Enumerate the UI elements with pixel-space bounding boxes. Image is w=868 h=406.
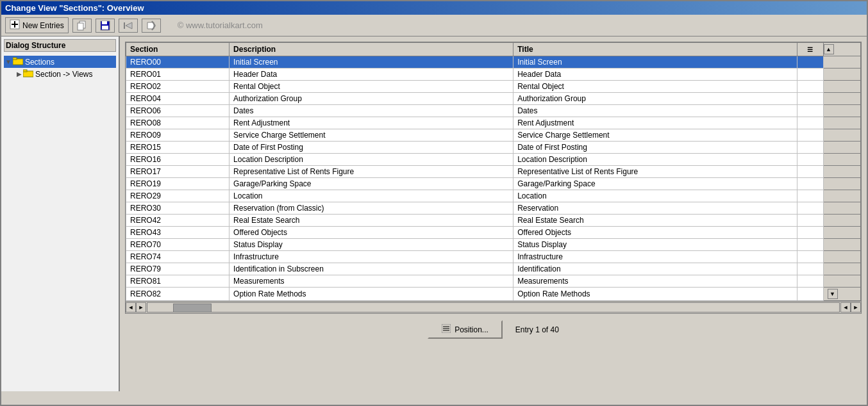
cell-title: Measurements <box>513 275 797 288</box>
cell-vscroll <box>823 239 860 251</box>
main-window: Change View "Sections": Overview New Ent… <box>0 0 868 406</box>
scroll-up-btn[interactable]: ▲ <box>824 44 834 54</box>
sidebar-item-sections[interactable]: ▼ Sections <box>4 56 116 68</box>
content-area: Dialog Structure ▼ Sections ▶ Section ->… <box>1 37 867 391</box>
table-row[interactable]: RERO79Identification in SubscreenIdentif… <box>126 263 861 275</box>
cell-vscroll <box>823 81 860 93</box>
cell-vscroll <box>823 251 860 263</box>
svg-rect-14 <box>13 58 17 60</box>
table-row[interactable]: RERO74InfrastructureInfrastructure <box>126 251 861 263</box>
table-row[interactable]: RERO82Option Rate MethodsOption Rate Met… <box>126 288 861 301</box>
expand-arrow-sections: ▼ <box>5 58 12 65</box>
table-row[interactable]: RERO43Offered ObjectsOffered Objects <box>126 227 861 239</box>
table-row[interactable]: RERO02Rental ObjectRental Object <box>126 81 861 93</box>
exit-button[interactable] <box>142 19 161 33</box>
cell-description: Real Estate Search <box>230 215 513 227</box>
cell-description: Rental Object <box>230 81 513 93</box>
watermark: © www.tutorialkart.com <box>178 20 263 30</box>
cell-title: Location Description <box>513 154 797 166</box>
cell-description: Identification in Subscreen <box>230 263 513 275</box>
cell-title: Garage/Parking Space <box>513 178 797 190</box>
table-row[interactable]: RERO42Real Estate SearchReal Estate Sear… <box>126 215 861 227</box>
col-header-settings[interactable]: ☰ <box>797 43 823 56</box>
data-table: Section Description Title ☰ ▲ RERO0 <box>126 42 861 301</box>
cell-title: Service Charge Settlement <box>513 129 797 142</box>
svg-rect-7 <box>102 26 108 29</box>
position-button-label: Position... <box>455 325 488 334</box>
folder-icon-sections <box>13 56 23 67</box>
hscroll-right-btn[interactable]: ◄ <box>840 302 851 313</box>
table-row[interactable]: RERO17Representative List of Rents Figur… <box>126 166 861 178</box>
table-row[interactable]: RERO06DatesDates <box>126 105 861 117</box>
cell-description: Service Charge Settlement <box>230 129 513 142</box>
back-button[interactable] <box>119 19 138 33</box>
table-row[interactable]: RERO00Initial Screen <box>126 56 861 69</box>
cell-description: Reservation (from Classic) <box>230 202 513 215</box>
table-row[interactable]: RERO08Rent AdjustmentRent Adjustment <box>126 117 861 129</box>
cell-settings <box>797 81 823 93</box>
table-row[interactable]: RERO19Garage/Parking SpaceGarage/Parking… <box>126 178 861 190</box>
section-views-label: Section -> Views <box>35 70 93 79</box>
svg-marker-8 <box>126 22 132 29</box>
cell-vscroll <box>823 105 860 117</box>
svg-rect-4 <box>78 23 83 30</box>
cell-vscroll <box>823 275 860 288</box>
cell-title: Status Display <box>513 239 797 251</box>
table-row[interactable]: RERO04Authorization GroupAuthorization G… <box>126 93 861 105</box>
cell-title: Option Rate Methods <box>513 288 797 301</box>
cell-section: RERO00 <box>126 56 230 69</box>
cell-section: RERO09 <box>126 129 230 142</box>
cell-settings <box>797 239 823 251</box>
cell-description: Date of First Posting <box>230 142 513 154</box>
position-button[interactable]: Position... <box>428 320 503 339</box>
table-row[interactable]: RERO81MeasurementsMeasurements <box>126 275 861 288</box>
svg-rect-6 <box>102 21 107 24</box>
table-row[interactable]: RERO15Date of First PostingDate of First… <box>126 142 861 154</box>
entry-info: Entry 1 of 40 <box>515 325 559 334</box>
table-row[interactable]: RERO30Reservation (from Classic)Reservat… <box>126 202 861 215</box>
cell-settings <box>797 215 823 227</box>
hscroll-left-btn[interactable]: ◄ <box>126 302 136 313</box>
table-row[interactable]: RERO29LocationLocation <box>126 190 861 202</box>
vscroll-header: ▲ <box>823 43 860 56</box>
cell-section: RERO30 <box>126 202 230 215</box>
cell-description: Representative List of Rents Figure <box>230 166 513 178</box>
cell-description <box>230 56 513 69</box>
scroll-down-btn[interactable]: ▼ <box>828 289 838 299</box>
cell-section: RERO19 <box>126 178 230 190</box>
cell-title: Location <box>513 190 797 202</box>
cell-settings <box>797 142 823 154</box>
hscroll-track[interactable] <box>147 302 840 313</box>
save-button[interactable] <box>96 19 115 33</box>
new-entries-button[interactable]: New Entries <box>5 17 69 33</box>
cell-settings <box>797 129 823 142</box>
table-row[interactable]: RERO70Status DisplayStatus Display <box>126 239 861 251</box>
cell-settings <box>797 69 823 81</box>
cell-description: Authorization Group <box>230 93 513 105</box>
hscroll-end-btn[interactable]: ► <box>851 302 861 313</box>
bottom-bar: Position... Entry 1 of 40 <box>125 314 862 345</box>
cell-description: Garage/Parking Space <box>230 178 513 190</box>
table-row[interactable]: RERO16Location DescriptionLocation Descr… <box>126 154 861 166</box>
cell-settings <box>797 56 823 69</box>
sections-label: Sections <box>25 58 54 67</box>
cell-title: Authorization Group <box>513 93 797 105</box>
copy-button[interactable] <box>72 19 92 33</box>
position-icon <box>442 324 451 335</box>
hscroll-container: ◄ ► ◄ ► <box>126 301 861 313</box>
description-input[interactable] <box>233 58 509 67</box>
sidebar-item-section-views[interactable]: ▶ Section -> Views <box>4 68 116 80</box>
cell-section: RERO17 <box>126 166 230 178</box>
table-row[interactable]: RERO01Header DataHeader Data <box>126 69 861 81</box>
cell-section: RERO08 <box>126 117 230 129</box>
cell-description: Location Description <box>230 154 513 166</box>
cell-description: Offered Objects <box>230 227 513 239</box>
title-bar: Change View "Sections": Overview <box>1 1 867 15</box>
table-row[interactable]: RERO09Service Charge SettlementService C… <box>126 129 861 142</box>
cell-title: Infrastructure <box>513 251 797 263</box>
cell-title: Rent Adjustment <box>513 117 797 129</box>
cell-section: RERO16 <box>126 154 230 166</box>
hscroll-right-btn-left[interactable]: ► <box>136 302 146 313</box>
cell-section: RERO02 <box>126 81 230 93</box>
new-entries-label: New Entries <box>22 21 64 30</box>
